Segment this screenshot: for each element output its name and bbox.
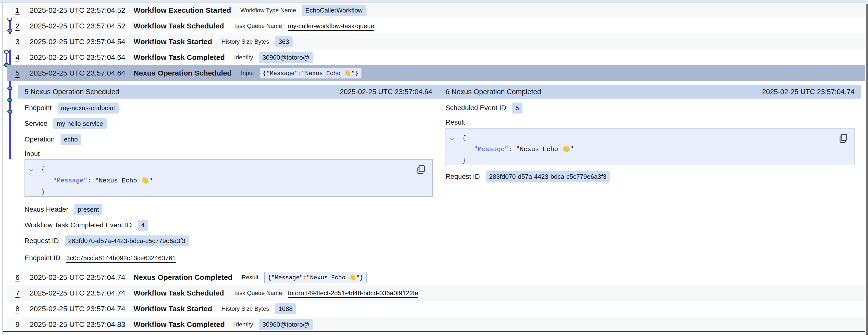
event-id-link[interactable]: 3 (16, 37, 23, 46)
event-detail-label: Workflow Type Name (240, 7, 296, 14)
event-detail-badge: EchoCallerWorkflow (302, 5, 366, 16)
detail-field: Endpoint ID3c0c75ccfa8144b092c13ce632463… (25, 250, 433, 266)
field-link[interactable]: 3c0c75ccfa8144b092c13ce632463761 (66, 254, 176, 262)
detail-field: Request ID283fd070-d57a-4423-bdca-c5c779… (25, 233, 433, 249)
event-name: Workflow Task Scheduled (133, 289, 224, 297)
field-badge: my-hello-service (53, 118, 106, 129)
vertical-scrollbar[interactable] (866, 4, 868, 335)
event-name: Workflow Task Started (133, 37, 212, 46)
event-id-link[interactable]: 6 (16, 273, 23, 282)
event-timestamp: 2025-02-25 UTC 23:57:04.64 (30, 53, 133, 61)
event-id-link[interactable]: 8 (16, 305, 23, 313)
workflow-history-view: 12025-02-25 UTC 23:57:04.52Workflow Exec… (0, 0, 868, 335)
timeline-dot-started[interactable] (7, 86, 12, 90)
payload-code-block: {"Message": "Nexus Echo 👋"} (445, 128, 855, 165)
event-row-9[interactable]: 92025-02-25 UTC 23:57:04.83Workflow Task… (7, 316, 865, 332)
event-id-link[interactable]: 9 (16, 320, 23, 329)
bottom-section-divider (3, 331, 865, 332)
event-name: Nexus Operation Scheduled (133, 69, 231, 77)
copy-icon[interactable] (416, 164, 426, 175)
event-id-link[interactable]: 4 (16, 53, 23, 61)
event-detail-label: Identity (234, 54, 253, 61)
event-timestamp: 2025-02-25 UTC 23:57:04.54 (30, 37, 133, 46)
event-id-link[interactable]: 1 (16, 6, 23, 15)
event-timestamp: 2025-02-25 UTC 23:57:04.64 (30, 69, 133, 77)
field-badge: echo (61, 134, 81, 145)
event-detail-label: Result (242, 274, 258, 281)
event-row-1[interactable]: 12025-02-25 UTC 23:57:04.52Workflow Exec… (7, 2, 865, 18)
field-badge: 283fd070-d57a-4423-bdca-c5c779e6a3f3 (65, 235, 189, 247)
event-timestamp: 2025-02-25 UTC 23:57:04.74 (30, 289, 133, 297)
event-id-link[interactable]: 7 (16, 289, 23, 297)
field-label: Workflow Task Completed Event ID (25, 221, 132, 229)
field-badge: present (74, 204, 102, 215)
event-detail-link[interactable]: totoro:f494fecf-2d51-4d48-bdcd-036a0f912… (288, 289, 418, 297)
event-row-2[interactable]: 22025-02-25 UTC 23:57:04.52Workflow Task… (7, 18, 865, 34)
field-badge: 4 (138, 220, 148, 231)
event-name: Workflow Task Completed (133, 320, 225, 329)
panel-nexus-operation-completed: 6 Nexus Operation Completed 2025-02-25 U… (439, 85, 861, 265)
field-label: Scheduled Event ID (445, 104, 506, 112)
panel-header: 6 Nexus Operation Completed 2025-02-25 U… (439, 85, 861, 99)
detail-field: Servicemy-hello-service (25, 116, 433, 132)
field-badge: 283fd070-d57a-4423-bdca-c5c779e6a3f3 (486, 171, 610, 182)
event-row-3[interactable]: 32025-02-25 UTC 23:57:04.54Workflow Task… (7, 34, 865, 50)
chevron-down-icon[interactable] (449, 136, 455, 142)
json-separator: : (508, 146, 516, 153)
event-name: Workflow Execution Started (133, 6, 231, 15)
event-row-6[interactable]: 62025-02-25 UTC 23:57:04.74Nexus Operati… (7, 270, 865, 285)
timeline-dot-completed[interactable] (7, 110, 12, 114)
event-detail-link[interactable]: my-caller-workflow-task-queue (288, 22, 374, 30)
field-label: Request ID (445, 173, 480, 180)
event-timestamp: 2025-02-25 UTC 23:57:04.52 (30, 22, 133, 30)
panel-timestamp: 2025-02-25 UTC 23:57:04.74 (762, 88, 855, 96)
field-label: Result (445, 117, 855, 128)
event-detail-label: Task Queue Name (233, 23, 282, 29)
event-timestamp: 2025-02-25 UTC 23:57:04.74 (30, 273, 133, 282)
event-timestamp: 2025-02-25 UTC 23:57:04.52 (30, 6, 133, 15)
chevron-down-icon[interactable] (28, 167, 34, 174)
event-detail-badge: 363 (275, 36, 292, 47)
field-label: Service (25, 120, 47, 128)
event-row-4[interactable]: 42025-02-25 UTC 23:57:04.64Workflow Task… (7, 50, 865, 65)
event-detail-label: History Size Bytes (221, 38, 269, 45)
event-id-link[interactable]: 5 (16, 69, 23, 77)
timeline-dot-completed[interactable] (7, 98, 12, 102)
panel-title: 5 Nexus Operation Scheduled (25, 88, 119, 96)
event-row-5[interactable]: 52025-02-25 UTC 23:57:04.64Nexus Operati… (7, 65, 865, 81)
json-value: "Nexus Echo 👋" (516, 146, 574, 153)
panel-timestamp: 2025-02-25 UTC 23:57:04.64 (340, 88, 432, 96)
event-name: Nexus Operation Completed (133, 273, 232, 282)
panel-title: 6 Nexus Operation Completed (445, 88, 541, 96)
event-row-8[interactable]: 82025-02-25 UTC 23:57:04.74Workflow Task… (7, 301, 865, 316)
field-label: Nexus Header (25, 205, 68, 213)
field-badge: 5 (512, 103, 523, 114)
event-payload-chip: {"Message":"Nexus Echo 👋"} (264, 272, 367, 283)
field-label: Input (25, 148, 433, 160)
panel-header: 5 Nexus Operation Scheduled 2025-02-25 U… (18, 85, 439, 99)
left-divider (2, 2, 3, 335)
payload-code-block: {"Message": "Nexus Echo 👋"} (25, 160, 433, 197)
panel-nexus-operation-scheduled: 5 Nexus Operation Scheduled 2025-02-25 U… (18, 85, 439, 265)
json-close-brace: } (41, 186, 432, 198)
event-detail-label: Input (241, 69, 254, 77)
json-value: "Nexus Echo 👋" (95, 177, 153, 185)
detail-field: Endpointmy-nexus-endpoint (25, 100, 433, 116)
detail-field: Request ID283fd070-d57a-4423-bdca-c5c779… (445, 169, 855, 185)
event-name: Workflow Task Started (133, 305, 212, 313)
copy-icon[interactable] (839, 133, 849, 144)
detail-field: Scheduled Event ID5 (445, 100, 855, 116)
event-name: Workflow Task Completed (133, 53, 225, 61)
json-line: "Message": "Nexus Echo 👋" (474, 144, 855, 155)
event-detail-badge: 30960@totoro@ (259, 319, 313, 330)
event-detail-label: Task Queue Name (233, 290, 282, 297)
field-badge: my-nexus-endpoint (58, 103, 119, 114)
event-detail-badge: 30960@totoro@ (259, 52, 313, 63)
event-name: Workflow Task Scheduled (133, 22, 224, 30)
event-id-link[interactable]: 2 (16, 22, 23, 30)
event-detail-label: Identity (234, 321, 253, 328)
event-row-7[interactable]: 72025-02-25 UTC 23:57:04.74Workflow Task… (7, 285, 865, 301)
json-key: "Message" (53, 177, 87, 185)
event-payload-chip: {"Message":"Nexus Echo 👋"} (260, 68, 361, 79)
detail-field: Operationecho (25, 132, 433, 147)
